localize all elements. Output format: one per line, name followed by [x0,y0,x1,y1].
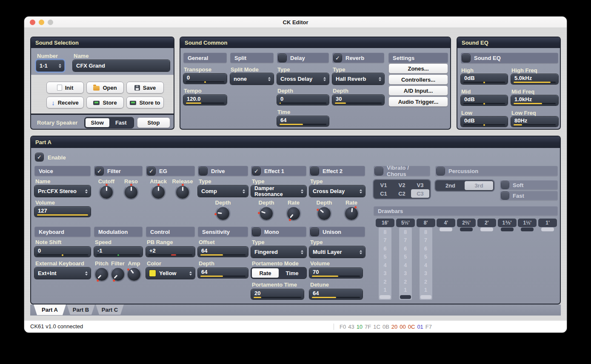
reverb-checkbox[interactable] [334,54,342,62]
drawbar-handle[interactable] [380,295,391,299]
portamento-rate-segment[interactable]: Rate [252,268,279,278]
reverb-type-dropdown[interactable]: Hall Reverb [332,73,384,85]
chorus-c1-option[interactable]: C1 [374,189,393,198]
vibrato-v3-option[interactable]: V3 [411,181,429,189]
voice-volume-field[interactable]: 127 [34,207,91,217]
rotary-stop-button[interactable]: Stop [137,117,170,128]
attack-knob[interactable] [151,185,166,200]
portamento-time-segment[interactable]: Time [279,268,305,278]
vibrato-v1-option[interactable]: V1 [374,181,393,189]
audio-trigger-button[interactable]: Audio Trigger... [388,97,448,107]
drawbar-handle[interactable] [460,228,473,231]
reso-knob[interactable] [123,185,139,200]
eq-mid-field[interactable]: 0dB [461,95,508,105]
delay-time-field[interactable]: 64 [277,116,329,126]
open-button[interactable]: Open [86,82,124,94]
drawbar-handle[interactable] [480,228,493,231]
effect1-rate-knob[interactable] [286,206,301,221]
tab-part-b[interactable]: Part B [67,304,95,315]
unison-checkbox[interactable] [311,228,319,236]
eg-checkbox[interactable] [147,167,155,175]
tab-part-a[interactable]: Part A [34,304,66,315]
eq-high-freq-field[interactable]: 5.0kHz [511,74,558,84]
rotary-fast-segment[interactable]: Fast [109,118,133,127]
effect1-depth-knob[interactable] [259,206,274,221]
effect2-rate-knob[interactable] [344,206,359,221]
tempo-field[interactable]: 120.0 [183,95,227,105]
mono-checkbox[interactable] [252,228,260,236]
store-button[interactable]: Store [86,97,124,108]
eq-low-field[interactable]: 0dB [461,117,508,127]
save-button[interactable]: Save [126,82,164,94]
sound-eq-checkbox[interactable] [462,54,470,62]
tab-part-c[interactable]: Part C [96,304,124,315]
receive-button[interactable]: ↓Receive [46,97,84,108]
effect2-checkbox[interactable] [311,167,319,175]
sysex-byte: 00 [400,324,405,330]
status-divider [334,324,334,330]
mod-pitch-knob[interactable] [94,267,109,282]
drawbar-handle[interactable] [541,228,554,231]
effect2-depth-knob[interactable] [317,206,332,221]
sens-offset-field[interactable]: 64 [198,247,248,257]
eq-low-label: Low [461,110,472,116]
release-knob[interactable] [175,185,190,200]
filter-checkbox[interactable] [95,167,103,175]
sound-number-spinner[interactable]: 1-1 [36,60,64,71]
percussion-section-header: Percussion [435,166,558,176]
init-button[interactable]: Init [46,82,84,94]
note-shift-field[interactable]: 0 [34,247,91,257]
drawbar-handle[interactable] [420,295,431,299]
effect1-checkbox[interactable] [252,167,260,175]
mono-type-label: Type [252,239,264,245]
chorus-c3-option[interactable]: C3 [411,189,429,198]
unison-detune-field[interactable]: 64 [309,289,363,299]
drawbar-handle[interactable] [501,228,514,231]
cutoff-knob[interactable] [99,185,114,200]
zones-button[interactable]: Zones... [388,63,448,74]
vibrato-chorus-checkbox[interactable] [375,167,383,175]
percussion-fast-checkbox[interactable] [501,192,509,199]
mod-speed-field[interactable]: -1 [94,247,143,257]
unison-type-dropdown[interactable]: Multi Layer [309,246,365,258]
store-to-button[interactable]: Store to [126,97,164,108]
drive-type-dropdown[interactable]: Comp [198,185,248,197]
vibrato-v2-option[interactable]: V2 [393,181,411,189]
transpose-field[interactable]: 0 [183,74,227,84]
external-keyboard-dropdown[interactable]: Ext+Int [34,267,91,279]
effect2-type-dropdown[interactable]: Cross Delay [309,185,365,197]
ad-input-button[interactable]: A/D Input... [388,85,448,96]
percussion-checkbox[interactable] [437,167,445,175]
spinner-arrows-icon[interactable] [59,64,61,68]
drawbar-handle[interactable] [440,228,452,231]
percussion-soft-checkbox[interactable] [501,181,509,189]
percussion-2nd-segment[interactable]: 2nd [436,181,465,190]
eq-high-field[interactable]: 0dB [461,74,508,84]
delay-checkbox[interactable] [278,54,286,62]
percussion-3rd-segment[interactable]: 3rd [465,181,493,190]
part-enable-checkbox[interactable] [35,153,43,161]
color-dropdown[interactable]: Yellow [146,267,195,279]
reverb-depth-field[interactable]: 30 [332,95,384,105]
eq-low-freq-field[interactable]: 80Hz [511,117,558,127]
drive-checkbox[interactable] [199,167,207,175]
drive-depth-knob[interactable] [215,206,231,221]
eq-mid-freq-field[interactable]: 1.0kHz [511,95,558,105]
voice-name-dropdown[interactable]: Pn:CFX Stereo [34,185,91,197]
sound-name-field[interactable]: CFX Grand [73,60,170,71]
drawbar-handle[interactable] [400,295,411,299]
effect1-type-dropdown[interactable]: Damper Resonance [251,185,306,197]
portamento-time-field[interactable]: 20 [251,289,304,299]
chorus-c2-option[interactable]: C2 [393,189,411,198]
sens-depth-field[interactable]: 64 [198,268,248,278]
delay-type-dropdown[interactable]: Cross Delay [277,73,329,85]
unison-volume-field[interactable]: 70 [309,268,363,278]
split-mode-dropdown[interactable]: none [230,73,274,85]
delay-depth-field[interactable]: 0 [277,95,329,105]
mono-type-dropdown[interactable]: Fingered [251,246,306,258]
mod-amp-knob[interactable] [126,267,142,282]
pb-range-field[interactable]: +2 [146,247,195,257]
drawbar-handle[interactable] [521,228,534,231]
controllers-button[interactable]: Controllers... [388,74,448,85]
rotary-slow-segment[interactable]: Slow [86,118,109,127]
